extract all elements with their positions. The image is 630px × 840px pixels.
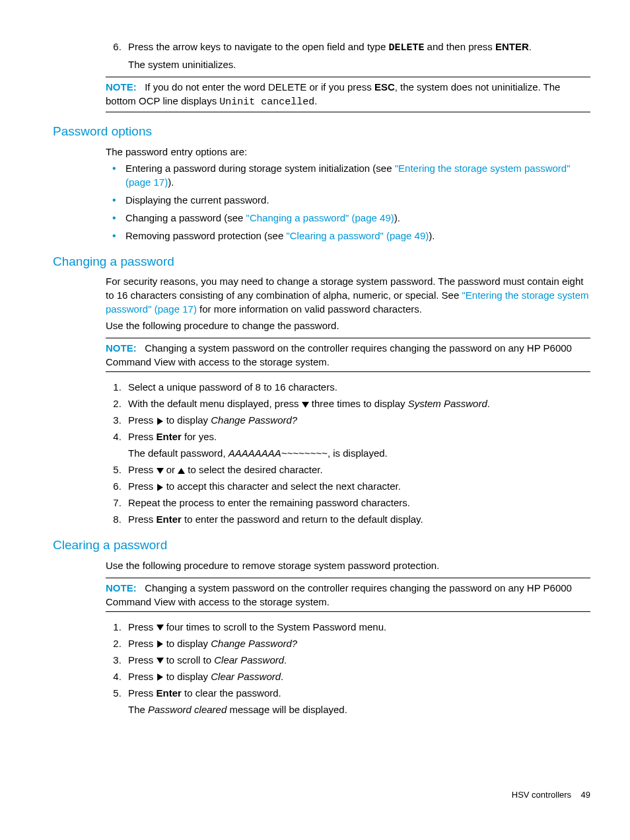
right-arrow-icon xyxy=(157,418,164,425)
svg-marker-7 xyxy=(157,658,164,664)
right-arrow-icon xyxy=(157,484,164,491)
pw-opt-enter: Entering a password during storage syste… xyxy=(106,161,590,189)
svg-marker-4 xyxy=(157,484,163,491)
enter-key: ENTER xyxy=(495,41,529,52)
pw-options-list: Entering a password during storage syste… xyxy=(106,161,590,243)
footer-section: HSV controllers xyxy=(512,790,571,800)
changing-step-7: Repeat the process to enter the remainin… xyxy=(124,496,590,510)
right-arrow-icon xyxy=(157,640,164,648)
svg-marker-5 xyxy=(157,625,164,630)
heading-password-options: Password options xyxy=(53,123,590,141)
note-uninitialize: NOTE: If you do not enter the word DELET… xyxy=(106,77,590,112)
clearing-step5-sub: The Password cleared message will be dis… xyxy=(128,703,590,716)
changing-step-2: With the default menu displayed, press t… xyxy=(124,397,590,410)
footer-page: 49 xyxy=(581,790,590,800)
changing-step4-sub: The default password, AAAAAAAA~~~~~~~~, … xyxy=(128,446,590,460)
clearing-step-3: Press to scroll to Clear Password. xyxy=(124,653,590,667)
down-arrow-icon xyxy=(157,657,164,664)
changing-step-8: Press Enter to enter the password and re… xyxy=(124,512,590,526)
page-footer: HSV controllers 49 xyxy=(53,789,590,801)
heading-changing-password: Changing a password xyxy=(53,253,590,271)
note1-t1: If you do not enter the word DELETE or i… xyxy=(145,81,374,93)
note-changing: NOTE: Changing a system password on the … xyxy=(106,338,590,372)
changing-step-1: Select a unique password of 8 to 16 char… xyxy=(124,380,590,394)
svg-marker-0 xyxy=(302,402,309,408)
svg-marker-3 xyxy=(178,468,185,474)
down-arrow-icon xyxy=(157,624,164,631)
up-arrow-icon xyxy=(178,467,185,475)
uninit-cancelled-code: Uninit cancelled xyxy=(219,96,314,108)
svg-marker-6 xyxy=(157,640,163,648)
note-clearing-text: Changing a system password on the contro… xyxy=(106,582,572,607)
step-6: Press the arrow keys to navigate to the … xyxy=(124,40,590,71)
note-label: NOTE: xyxy=(106,81,137,93)
note-clearing: NOTE: Changing a system password on the … xyxy=(106,578,590,612)
step6-text-post: . xyxy=(529,41,532,52)
changing-p2: Use the following procedure to change th… xyxy=(106,319,590,332)
clearing-step-2: Press to display Change Password? xyxy=(124,636,590,650)
note-changing-text: Changing a system password on the contro… xyxy=(106,342,572,367)
pw-opt-display: Displaying the current password. xyxy=(106,193,590,207)
right-arrow-icon xyxy=(157,673,164,681)
note-label: NOTE: xyxy=(106,582,137,593)
pw-opt-change: Changing a password (see "Changing a pas… xyxy=(106,211,590,225)
clearing-step-1: Press four times to scroll to the System… xyxy=(124,620,590,634)
pw-opt-remove: Removing password protection (see "Clear… xyxy=(106,229,590,243)
step-list-continuation: Press the arrow keys to navigate to the … xyxy=(106,40,590,71)
clearing-steps: Press four times to scroll to the System… xyxy=(106,620,590,716)
clearing-step-5: Press Enter to clear the password. The P… xyxy=(124,686,590,716)
changing-step-6: Press to accept this character and selec… xyxy=(124,479,590,493)
down-arrow-icon xyxy=(302,401,309,408)
pw-options-intro: The password entry options are: xyxy=(106,145,590,159)
step6-result: The system uninitializes. xyxy=(128,57,590,71)
step6-text-pre: Press the arrow keys to navigate to the … xyxy=(128,41,388,52)
heading-clearing-password: Clearing a password xyxy=(53,537,590,554)
esc-key: ESC xyxy=(374,81,395,93)
changing-p1: For security reasons, you may need to ch… xyxy=(106,274,590,316)
clearing-p1: Use the following procedure to remove st… xyxy=(106,558,590,572)
svg-marker-1 xyxy=(157,418,163,425)
clearing-step-4: Press to display Clear Password. xyxy=(124,669,590,683)
note-label: NOTE: xyxy=(106,342,137,354)
svg-marker-2 xyxy=(157,468,164,474)
note1-t3: . xyxy=(314,95,317,106)
changing-step-3: Press to display Change Password? xyxy=(124,413,590,427)
changing-steps: Select a unique password of 8 to 16 char… xyxy=(106,380,590,526)
changing-step-5: Press or to select the desired character… xyxy=(124,463,590,477)
down-arrow-icon xyxy=(157,467,164,475)
step6-text-mid: and then press xyxy=(424,41,495,52)
svg-marker-8 xyxy=(157,673,163,681)
link-clearing-password-49[interactable]: "Clearing a password" (page 49) xyxy=(286,230,429,241)
changing-step-4: Press Enter for yes. The default passwor… xyxy=(124,430,590,460)
delete-command: DELETE xyxy=(388,42,424,54)
link-changing-password-49[interactable]: "Changing a password" (page 49) xyxy=(246,212,394,223)
